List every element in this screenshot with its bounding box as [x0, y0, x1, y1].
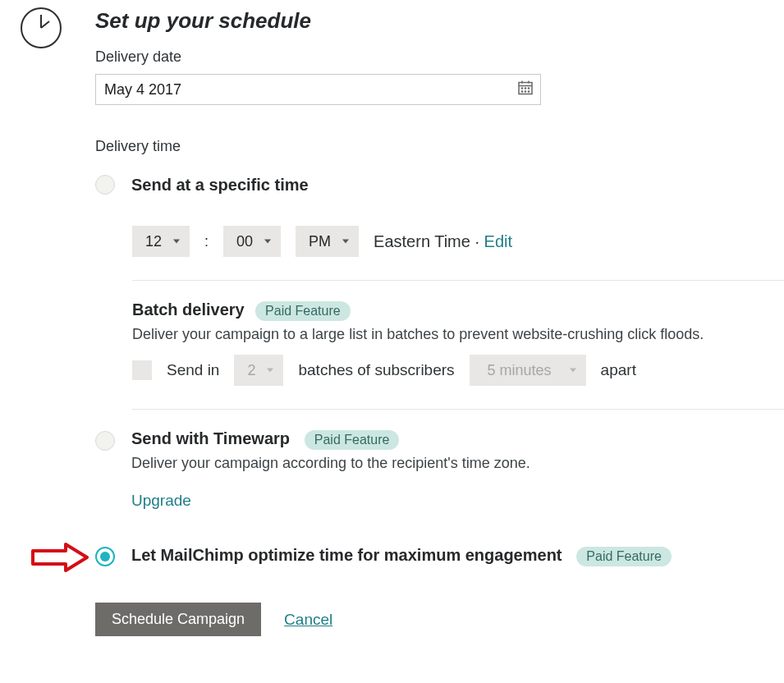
page-title: Set up your schedule — [95, 8, 784, 34]
batch-desc: Deliver your campaign to a large list in… — [132, 326, 784, 343]
hour-value: 12 — [145, 233, 162, 250]
svg-marker-13 — [33, 544, 87, 571]
chevron-down-icon — [173, 240, 180, 244]
optimize-title: Let MailChimp optimize time for maximum … — [131, 546, 562, 564]
batch-count-value: 2 — [247, 362, 255, 379]
delivery-date-value: May 4 2017 — [104, 81, 181, 99]
timewarp-title: Send with Timewarp — [131, 429, 290, 447]
svg-point-7 — [521, 88, 522, 89]
hour-select[interactable]: 12 — [132, 226, 190, 257]
delivery-date-label: Delivery date — [95, 48, 784, 66]
time-colon: : — [204, 233, 209, 250]
chevron-down-icon — [570, 369, 576, 373]
calendar-icon[interactable] — [517, 80, 534, 100]
radio-optimize[interactable] — [95, 547, 115, 566]
radio-specific-time[interactable] — [95, 175, 115, 195]
batches-label: batches of subscribers — [298, 361, 454, 379]
svg-point-9 — [528, 88, 529, 89]
paid-feature-badge: Paid Feature — [576, 547, 672, 566]
svg-point-10 — [521, 91, 522, 92]
divider — [132, 409, 784, 410]
batch-interval-value: 5 minutes — [488, 362, 552, 379]
chevron-down-icon — [342, 240, 349, 244]
svg-point-11 — [525, 91, 525, 92]
minute-value: 00 — [236, 233, 253, 250]
cancel-link[interactable]: Cancel — [284, 611, 332, 629]
apart-label: apart — [601, 361, 636, 379]
paid-feature-badge: Paid Feature — [305, 430, 400, 450]
clock-icon — [20, 7, 62, 49]
chevron-down-icon — [264, 240, 271, 244]
paid-feature-badge: Paid Feature — [255, 301, 351, 321]
schedule-campaign-button[interactable]: Schedule Campaign — [95, 603, 261, 636]
specific-time-title: Send at a specific time — [131, 176, 309, 195]
batch-title: Batch delivery — [132, 300, 245, 319]
svg-point-12 — [528, 91, 529, 92]
timewarp-desc: Deliver your campaign according to the r… — [131, 455, 784, 472]
batch-checkbox[interactable] — [132, 360, 152, 380]
svg-line-2 — [41, 21, 49, 28]
batch-interval-select[interactable]: 5 minutes — [470, 355, 586, 386]
svg-point-8 — [525, 88, 525, 89]
divider — [132, 280, 784, 281]
ampm-select[interactable]: PM — [296, 226, 359, 257]
send-in-label: Send in — [167, 361, 219, 379]
annotation-arrow-icon — [28, 541, 89, 571]
ampm-value: PM — [309, 233, 331, 250]
upgrade-link[interactable]: Upgrade — [131, 492, 191, 509]
delivery-date-input[interactable]: May 4 2017 — [95, 74, 541, 105]
minute-select[interactable]: 00 — [223, 226, 281, 257]
edit-timezone-link[interactable]: Edit — [484, 232, 512, 250]
timezone-label: Eastern Time — [374, 232, 470, 250]
chevron-down-icon — [267, 369, 273, 373]
batch-count-select[interactable]: 2 — [234, 355, 283, 386]
delivery-time-label: Delivery time — [95, 138, 784, 155]
radio-timewarp[interactable] — [95, 431, 115, 451]
